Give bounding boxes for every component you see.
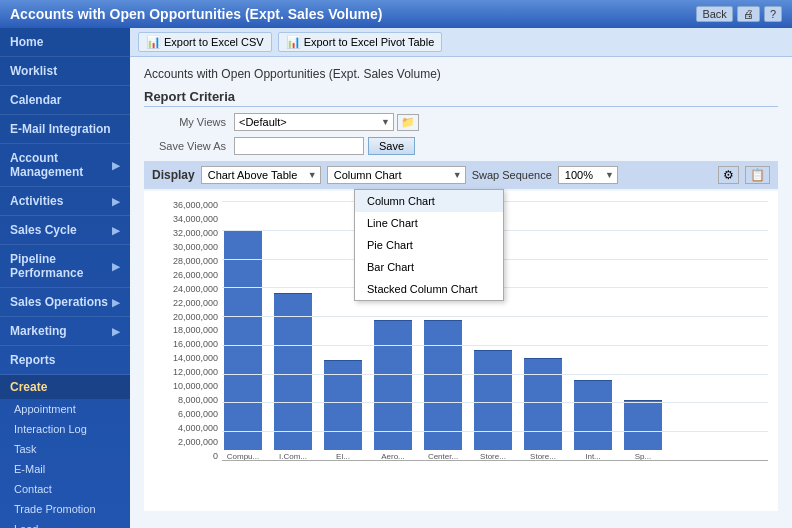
y-label: 2,000,000 <box>178 438 218 447</box>
chart-type-select[interactable]: Column Chart Line Chart Pie Chart Bar Ch… <box>327 166 466 184</box>
app-title: Accounts with Open Opportunities (Expt. … <box>10 6 382 22</box>
filter-icon-button[interactable]: ⚙ <box>718 166 739 184</box>
chart-view-button[interactable]: 📋 <box>745 166 770 184</box>
sidebar-sub-item-contact[interactable]: Contact <box>0 479 130 499</box>
display-label: Display <box>152 168 195 182</box>
y-label: 10,000,000 <box>173 382 218 391</box>
x-axis-line <box>222 460 768 461</box>
export-pivot-button[interactable]: 📊 Export to Excel Pivot Table <box>278 32 443 52</box>
save-view-input[interactable] <box>234 137 364 155</box>
grid-line <box>222 316 768 317</box>
my-views-select[interactable]: <Default> <box>234 113 394 131</box>
y-label: 34,000,000 <box>173 215 218 224</box>
sidebar-create-label: Create <box>0 375 130 399</box>
display-bar: Display Chart Above Table Chart Only Tab… <box>144 161 778 189</box>
y-label: 18,000,000 <box>173 326 218 335</box>
excel-icon: 📊 <box>286 35 301 49</box>
display-section: Display Chart Above Table Chart Only Tab… <box>144 161 778 189</box>
zoom-select-wrapper: 100% 50% 75% 125% 150% <box>558 166 618 184</box>
export-csv-button[interactable]: 📊 Export to Excel CSV <box>138 32 272 52</box>
sidebar-item-marketing[interactable]: Marketing ▶ <box>0 317 130 346</box>
sidebar-sub-item-task[interactable]: Task <box>0 439 130 459</box>
sidebar-item-reports[interactable]: Reports <box>0 346 130 375</box>
save-view-label: Save View As <box>144 140 234 152</box>
y-label: 20,000,000 <box>173 313 218 322</box>
main-layout: Home Worklist Calendar E-Mail Integratio… <box>0 28 792 528</box>
sidebar-sub-item-trade-promotion[interactable]: Trade Promotion <box>0 499 130 519</box>
sidebar-item-account-management[interactable]: Account Management ▶ <box>0 144 130 187</box>
y-label: 28,000,000 <box>173 257 218 266</box>
sidebar-item-email-integration[interactable]: E-Mail Integration <box>0 115 130 144</box>
y-label: 8,000,000 <box>178 396 218 405</box>
y-label: 30,000,000 <box>173 243 218 252</box>
zoom-select[interactable]: 100% 50% 75% 125% 150% <box>558 166 618 184</box>
chevron-right-icon: ▶ <box>112 160 120 171</box>
sidebar-sub-item-appointment[interactable]: Appointment <box>0 399 130 419</box>
my-views-row: My Views <Default> 📁 <box>144 113 778 131</box>
back-button[interactable]: Back <box>696 6 732 22</box>
sidebar-item-activities[interactable]: Activities ▶ <box>0 187 130 216</box>
y-label: 4,000,000 <box>178 424 218 433</box>
my-views-label: My Views <box>144 116 234 128</box>
y-axis: 36,000,000 34,000,000 32,000,000 30,000,… <box>154 201 222 461</box>
dropdown-item-pie-chart[interactable]: Pie Chart <box>355 234 503 256</box>
page-content: Accounts with Open Opportunities (Expt. … <box>130 57 792 521</box>
sidebar-sub-item-email[interactable]: E-Mail <box>0 459 130 479</box>
y-label: 6,000,000 <box>178 410 218 419</box>
dropdown-item-bar-chart[interactable]: Bar Chart <box>355 256 503 278</box>
app-header: Accounts with Open Opportunities (Expt. … <box>0 0 792 28</box>
chart-type-dropdown: Column Chart Line Chart Pie Chart Bar Ch… <box>354 189 504 301</box>
grid-line <box>222 431 768 432</box>
y-label: 36,000,000 <box>173 201 218 210</box>
report-criteria-label: Report Criteria <box>144 89 778 107</box>
y-label: 32,000,000 <box>173 229 218 238</box>
sidebar-item-calendar[interactable]: Calendar <box>0 86 130 115</box>
excel-icon: 📊 <box>146 35 161 49</box>
chart-table-select-wrapper: Chart Above Table Chart Only Table Only <box>201 166 321 184</box>
chart-type-select-wrapper: Column Chart Line Chart Pie Chart Bar Ch… <box>327 166 466 184</box>
grid-line <box>222 345 768 346</box>
content-toolbar: 📊 Export to Excel CSV 📊 Export to Excel … <box>130 28 792 57</box>
sidebar-item-home[interactable]: Home <box>0 28 130 57</box>
sidebar-item-sales-cycle[interactable]: Sales Cycle ▶ <box>0 216 130 245</box>
help-button[interactable]: ? <box>764 6 782 22</box>
sidebar-item-sales-operations[interactable]: Sales Operations ▶ <box>0 288 130 317</box>
save-view-row: Save View As Save <box>144 137 778 155</box>
chart-table-select[interactable]: Chart Above Table Chart Only Table Only <box>201 166 321 184</box>
grid-line <box>222 374 768 375</box>
chevron-right-icon: ▶ <box>112 297 120 308</box>
chevron-right-icon: ▶ <box>112 326 120 337</box>
dropdown-item-line-chart[interactable]: Line Chart <box>355 212 503 234</box>
sidebar-item-worklist[interactable]: Worklist <box>0 57 130 86</box>
y-label: 12,000,000 <box>173 368 218 377</box>
dropdown-item-column-chart[interactable]: Column Chart <box>355 190 503 212</box>
header-actions: Back 🖨 ? <box>696 6 782 22</box>
y-label: 26,000,000 <box>173 271 218 280</box>
chevron-right-icon: ▶ <box>112 196 120 207</box>
y-label: 14,000,000 <box>173 354 218 363</box>
y-label: 24,000,000 <box>173 285 218 294</box>
breadcrumb: Accounts with Open Opportunities (Expt. … <box>144 67 778 81</box>
chevron-right-icon: ▶ <box>112 225 120 236</box>
chevron-right-icon: ▶ <box>112 261 120 272</box>
dropdown-item-stacked-column-chart[interactable]: Stacked Column Chart <box>355 278 503 300</box>
swap-sequence-label: Swap Sequence <box>472 169 552 181</box>
y-label: 22,000,000 <box>173 299 218 308</box>
folder-button[interactable]: 📁 <box>397 114 419 131</box>
save-button[interactable]: Save <box>368 137 415 155</box>
grid-line <box>222 402 768 403</box>
content-area: 📊 Export to Excel CSV 📊 Export to Excel … <box>130 28 792 528</box>
print-button[interactable]: 🖨 <box>737 6 760 22</box>
sidebar-item-pipeline-performance[interactable]: Pipeline Performance ▶ <box>0 245 130 288</box>
y-label: 16,000,000 <box>173 340 218 349</box>
sidebar: Home Worklist Calendar E-Mail Integratio… <box>0 28 130 528</box>
y-label: 0 <box>213 452 218 461</box>
sidebar-sub-item-interaction-log[interactable]: Interaction Log <box>0 419 130 439</box>
my-views-select-wrapper: <Default> <box>234 113 394 131</box>
sidebar-sub-item-lead[interactable]: Lead <box>0 519 130 528</box>
